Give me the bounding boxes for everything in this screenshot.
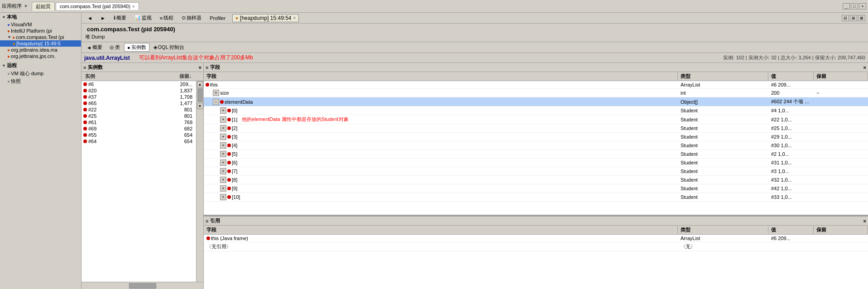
- instance-row[interactable]: #64 654: [82, 138, 196, 144]
- float-button[interactable]: ⊠: [858, 15, 865, 21]
- content-area: ◄ ► ℹ 概要 📊 监视 ≡ 线程 ⊙ 抽样器 Profiler ●: [82, 13, 868, 289]
- instance-row[interactable]: #37 1,708: [82, 94, 196, 100]
- fields-row[interactable]: + [2] Student #25 1,0...: [204, 124, 868, 133]
- expand-btn[interactable]: +: [220, 177, 226, 183]
- fields-row[interactable]: + [0] Student #4 1,0...: [204, 106, 868, 115]
- nav-tab-classes[interactable]: ◎ 类: [106, 43, 123, 52]
- window-min-button[interactable]: _: [843, 3, 850, 10]
- instance-panel-close[interactable]: ×: [199, 65, 201, 70]
- fields-row[interactable]: + [7] Student #3 1,0...: [204, 167, 868, 176]
- expand-btn[interactable]: +: [220, 194, 226, 200]
- fields-row[interactable]: + [9] Student #42 1,0...: [204, 184, 868, 193]
- expand-btn[interactable]: +: [220, 116, 226, 123]
- sidebar-item-visualvm[interactable]: ● VisualVM: [0, 21, 81, 28]
- expand-btn[interactable]: +: [220, 159, 226, 166]
- sidebar-item-vm-core[interactable]: ● VM 核心 dump: [0, 70, 81, 77]
- fields-col-retain-header: 保留: [814, 72, 868, 80]
- instance-row[interactable]: #20 1,837: [82, 87, 196, 94]
- fields-row[interactable]: + [8] Student #32 1,0...: [204, 176, 868, 184]
- fields-row[interactable]: this ArrayList #6 209...: [204, 81, 868, 89]
- nav-tab-instances-label: 实例数: [131, 44, 146, 51]
- fields-row[interactable]: + [10] Student #33 1,0...: [204, 193, 868, 202]
- tile-button[interactable]: ⊞: [850, 15, 857, 21]
- instance-id: #64: [88, 139, 158, 144]
- scrollbar-up-btn[interactable]: ▲: [197, 81, 203, 87]
- instance-scrollbar-h[interactable]: [129, 283, 156, 289]
- sidebar-item-snapshots[interactable]: ● 快照: [0, 77, 81, 85]
- fields-row[interactable]: + [1] 他的elementData 属性中都是存放的Student对象 St…: [204, 115, 868, 124]
- instance-row[interactable]: #61 769: [82, 119, 196, 125]
- nav-tab-oql[interactable]: ◈ OQL 控制台: [150, 43, 188, 52]
- threads-button[interactable]: ≡ 线程: [157, 14, 177, 22]
- instance-scrollbar[interactable]: ▲ ▼: [196, 81, 203, 282]
- instance-row[interactable]: #55 654: [82, 132, 196, 138]
- expand-btn[interactable]: +: [220, 151, 226, 157]
- field-name: [6]: [232, 160, 237, 165]
- tab-start[interactable]: 起始页: [32, 2, 55, 11]
- expand-btn[interactable]: +: [213, 90, 219, 96]
- fields-row[interactable]: − elementData Object[] #602 244 个项 209..…: [204, 97, 868, 106]
- heapdump-tab-close[interactable]: ×: [293, 15, 296, 20]
- overview-button[interactable]: ℹ 概要: [110, 14, 129, 22]
- sidebar-item-compass-label: com.compass.Test (pi: [16, 34, 64, 40]
- instance-size: 801: [158, 113, 194, 119]
- app-menu-icon[interactable]: ▼: [24, 4, 28, 9]
- expand-btn[interactable]: +: [220, 142, 226, 149]
- instance-size: 654: [158, 132, 194, 138]
- field-value-cell: #29 1,0...: [768, 134, 814, 140]
- page-subtitle: 堆 Dump: [85, 34, 864, 40]
- instance-row[interactable]: #25 801: [82, 113, 196, 119]
- org2-icon: ●: [7, 54, 10, 59]
- remote-expand-icon[interactable]: ▼: [2, 63, 6, 68]
- local-expand-icon[interactable]: ▼: [2, 15, 6, 19]
- sidebar-item-org1[interactable]: ● org.jetbrains.idea.ma: [0, 47, 81, 53]
- sidebar-item-heapdump[interactable]: ● [heapdump] 15:49:5: [0, 40, 81, 47]
- tab-compass-close[interactable]: ×: [132, 4, 135, 9]
- instance-id: #69: [88, 126, 158, 131]
- fields-panel-close[interactable]: ×: [863, 65, 866, 70]
- fields-row[interactable]: + [5] Student #2 1,0...: [204, 150, 868, 159]
- expand-btn[interactable]: +: [220, 185, 226, 192]
- fields-col-value-header: 值: [768, 72, 814, 80]
- fields-row[interactable]: + [3] Student #29 1,0...: [204, 133, 868, 141]
- expand-btn[interactable]: +: [220, 107, 226, 114]
- field-value-cell: #42 1,0...: [768, 185, 814, 192]
- expand-btn[interactable]: +: [220, 168, 226, 174]
- field-type-cell: Student: [678, 125, 768, 131]
- instance-dot: [83, 108, 87, 111]
- instance-row[interactable]: #22 801: [82, 106, 196, 113]
- refs-row[interactable]: 〈无引用〉 〈无〉: [204, 242, 868, 251]
- refs-row[interactable]: this (Java frame) ArrayList #6 209...: [204, 235, 868, 242]
- monitor-button[interactable]: 📊 监视: [131, 14, 155, 22]
- sampler-button[interactable]: ⊙ 抽样器: [178, 14, 205, 22]
- fields-row[interactable]: + [6] Student #31 1,0...: [204, 159, 868, 167]
- nav-tab-overview[interactable]: ◄ 概要: [83, 43, 106, 52]
- instance-size: 654: [158, 139, 194, 144]
- refs-panel-close[interactable]: ×: [863, 218, 866, 224]
- window-close-button[interactable]: ×: [859, 3, 866, 10]
- instance-row[interactable]: #69 682: [82, 125, 196, 132]
- sidebar-item-intellij[interactable]: ● IntelliJ Platform (pi: [0, 28, 81, 34]
- ref-value-cell: #6 209...: [768, 235, 814, 241]
- restore-button[interactable]: ⊟: [842, 15, 849, 21]
- expand-btn[interactable]: −: [213, 99, 219, 105]
- fields-row[interactable]: + size int 200 −: [204, 89, 868, 97]
- scrollbar-down-btn[interactable]: ▼: [197, 103, 203, 109]
- fields-row[interactable]: + [4] Student #30 1,0...: [204, 141, 868, 150]
- forward-button[interactable]: ►: [97, 14, 109, 22]
- field-name: [8]: [232, 177, 237, 183]
- instance-row[interactable]: #6 209...: [82, 81, 196, 87]
- profiler-button[interactable]: Profiler: [206, 14, 229, 22]
- sidebar-item-compass[interactable]: ▼ ● com.compass.Test (pi: [0, 34, 81, 40]
- window-max-button[interactable]: □: [851, 3, 858, 10]
- compass-expand-icon[interactable]: ▼: [7, 35, 11, 39]
- instance-row[interactable]: #65 1,477: [82, 100, 196, 106]
- expand-btn[interactable]: +: [220, 125, 226, 131]
- expand-btn[interactable]: +: [220, 134, 226, 140]
- scrollbar-thumb[interactable]: [197, 88, 203, 102]
- sidebar-item-org2[interactable]: ● org.jetbrains.jps.cm.: [0, 53, 81, 59]
- nav-tab-instances[interactable]: ● 实例数: [124, 43, 149, 52]
- back-button[interactable]: ◄: [84, 14, 96, 22]
- tab-compass[interactable]: com.compass.Test (pid 205940) ×: [56, 2, 139, 10]
- heapdump-tab[interactable]: ● [heapdump] 15:49:54 ×: [232, 14, 299, 22]
